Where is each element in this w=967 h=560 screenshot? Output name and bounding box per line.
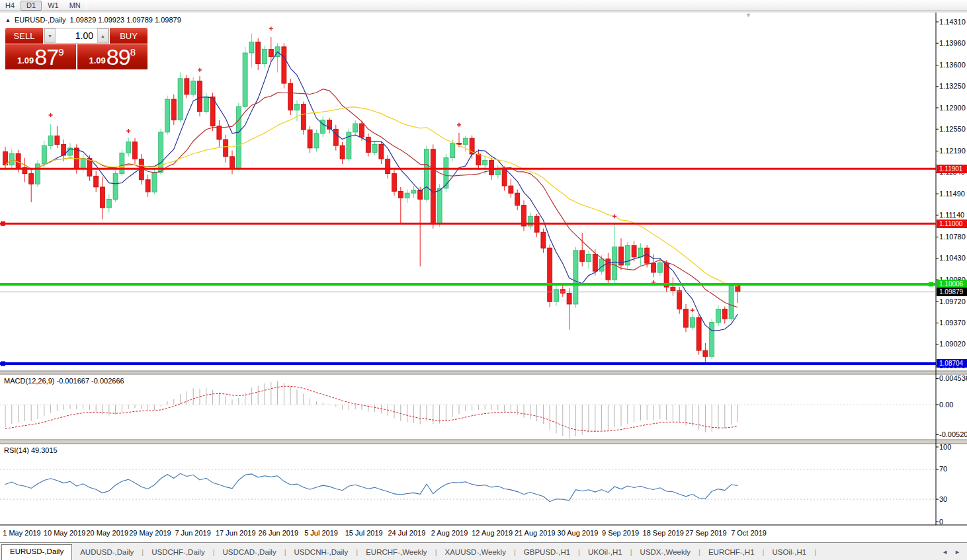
- one-click-trading-panel: SELL ▼ ▲ BUY 1.09879 1.09898: [5, 28, 147, 69]
- date-axis-label: 18 Sep 2019: [643, 529, 684, 537]
- timeframe-button-d1[interactable]: D1: [21, 1, 42, 11]
- date-axis-label: 10 May 2019: [44, 529, 86, 537]
- resistance-line-1.11901-tag: 1.11901: [937, 165, 967, 173]
- buy-price-box[interactable]: 1.09898: [77, 44, 148, 69]
- macd-axis-label: 0.00: [939, 401, 967, 409]
- tabs-scroll-left-icon[interactable]: ◄: [942, 549, 948, 555]
- date-axis-label: 20 May 2019: [86, 529, 128, 537]
- buy-button[interactable]: BUY: [110, 28, 147, 44]
- chart-tab-usoil-h1[interactable]: USOil-,H1: [764, 545, 814, 560]
- tabs-scroll-arrows: ◄ ►: [935, 549, 967, 560]
- date-axis-label: 15 Jul 2019: [345, 529, 383, 537]
- price-axis-label: 1.12190: [939, 147, 967, 155]
- price-axis-label: 1.10780: [939, 233, 967, 241]
- chart-tab-eurchf-weekly[interactable]: EURCHF-,Weekly: [358, 545, 435, 560]
- current-price-line-tag: 1.09879: [937, 288, 967, 296]
- price-axis-label: 1.11490: [939, 190, 967, 198]
- date-axis-label: 9 Sep 2019: [602, 529, 639, 537]
- macd-axis-label: -0.005205: [939, 430, 967, 439]
- toolbar-separator: [86, 1, 87, 10]
- date-axis-label: 30 Aug 2019: [558, 529, 599, 537]
- price-axis-label: 1.14310: [939, 18, 967, 26]
- chart-title: ▲ EURUSD-,Daily 1.09829 1.09923 1.09789 …: [5, 16, 181, 24]
- date-axis-label: 12 Aug 2019: [472, 529, 513, 537]
- price-axis-label: 1.13600: [939, 61, 967, 69]
- lot-size-input[interactable]: [56, 28, 97, 43]
- chart-shift-marker-icon[interactable]: ▼: [745, 12, 751, 19]
- rsi-axis-label: 30: [939, 495, 967, 504]
- rsi-axis-label: 70: [939, 465, 967, 473]
- chart-tab-eurusd-daily[interactable]: EURUSD-,Daily: [1, 544, 72, 560]
- chart-tab-ukoil-h1[interactable]: UKOil-,H1: [580, 545, 630, 560]
- date-axis-label: 17 Jun 2019: [216, 529, 256, 537]
- rsi-axis-label: 100: [939, 443, 967, 452]
- chart-tab-eurchf-h1[interactable]: EURCHF-,H1: [700, 545, 763, 560]
- up-arrow-icon: ▲: [101, 34, 105, 38]
- chart-tab-audusd-daily[interactable]: AUDUSD-,Daily: [72, 545, 142, 560]
- chart-tab-usdcad-daily[interactable]: USDCAD-,Daily: [215, 545, 284, 560]
- timeframe-button-w1[interactable]: W1: [42, 1, 64, 11]
- timeframe-button-h4[interactable]: H4: [0, 1, 20, 11]
- lot-size-spinner: ▼ ▲: [44, 28, 109, 44]
- chart-ohlc-values: 1.09829 1.09923 1.09789 1.09879: [70, 16, 181, 24]
- down-arrow-icon: ▼: [48, 34, 52, 38]
- price-axis-label: 1.13960: [939, 39, 967, 48]
- timeframe-toolbar: H4 D1 W1 MN: [0, 0, 967, 11]
- price-axis-label: 1.13250: [939, 82, 967, 91]
- date-axis-label: 1 May 2019: [3, 529, 40, 537]
- price-axis-label: 1.11140: [939, 211, 967, 220]
- macd-indicator-label: MACD(12,26,9) -0.001667 -0.002666: [4, 377, 124, 385]
- sell-price-pip: 9: [58, 46, 63, 58]
- buy-price-pip: 8: [130, 46, 136, 58]
- sell-price-box[interactable]: 1.09879: [5, 44, 76, 69]
- rsi-indicator-label: RSI(14) 49.3015: [4, 446, 58, 454]
- collapse-trade-panel-icon[interactable]: ▲: [5, 17, 11, 23]
- price-axis-label: 1.12900: [939, 104, 967, 112]
- lot-increase-button[interactable]: ▲: [97, 28, 108, 43]
- sell-price-big: 87: [34, 44, 58, 70]
- main-chart-svg[interactable]: [0, 0, 967, 560]
- price-axis-label: 1.09020: [939, 340, 967, 348]
- chart-tab-usdx-weekly[interactable]: USDX-,Weekly: [632, 545, 698, 560]
- macd-axis-label: 0.004536: [939, 374, 967, 383]
- price-axis-label: 1.12550: [939, 125, 967, 134]
- lot-decrease-button[interactable]: ▼: [44, 28, 56, 43]
- price-axis-label: 1.09370: [939, 319, 967, 327]
- date-axis-label: 26 Jun 2019: [259, 529, 299, 537]
- price-axis-label: 1.10430: [939, 254, 967, 262]
- date-axis-label: 5 Jul 2019: [304, 529, 338, 537]
- tab-separator: |: [814, 548, 816, 560]
- chart-symbol-label: EURUSD-,Daily: [15, 16, 66, 24]
- sell-price-prefix: 1.09: [17, 56, 34, 65]
- chart-tabs-bar: EURUSD-,DailyAUDUSD-,Daily|USDCHF-,Daily…: [0, 542, 967, 560]
- date-axis-label: 24 Jul 2019: [388, 529, 425, 537]
- date-axis-label: 29 May 2019: [129, 529, 171, 537]
- chart-tab-usdcnh-daily[interactable]: USDCNH-,Daily: [286, 545, 357, 560]
- support-line-1.08704-tag: 1.08704: [937, 359, 967, 368]
- rsi-axis-label: 0: [939, 518, 967, 526]
- timeframe-button-mn[interactable]: MN: [64, 1, 86, 11]
- buy-price-big: 89: [106, 44, 130, 70]
- chart-tab-xauusd-weekly[interactable]: XAUUSD-,Weekly: [437, 545, 513, 560]
- date-axis-label: 2 Aug 2019: [431, 529, 468, 537]
- resistance-line-1.11000-tag: 1.11000: [937, 220, 967, 228]
- tabs-scroll-right-icon[interactable]: ►: [954, 549, 960, 555]
- trading-platform-window: H4 D1 W1 MN ▲ EURUSD-,Daily 1.09829 1.09…: [0, 0, 967, 560]
- price-axis-label: 1.09720: [939, 298, 967, 306]
- date-axis-label: 21 Aug 2019: [515, 529, 556, 537]
- date-axis-label: 7 Jun 2019: [175, 529, 210, 537]
- chart-tab-usdchf-daily[interactable]: USDCHF-,Daily: [144, 545, 213, 560]
- buy-price-prefix: 1.09: [89, 56, 106, 65]
- chart-tab-gbpusd-h1[interactable]: GBPUSD-,H1: [516, 545, 578, 560]
- date-axis-label: 27 Sep 2019: [685, 529, 726, 537]
- date-axis-label: 7 Oct 2019: [731, 529, 767, 537]
- sell-button[interactable]: SELL: [5, 28, 43, 44]
